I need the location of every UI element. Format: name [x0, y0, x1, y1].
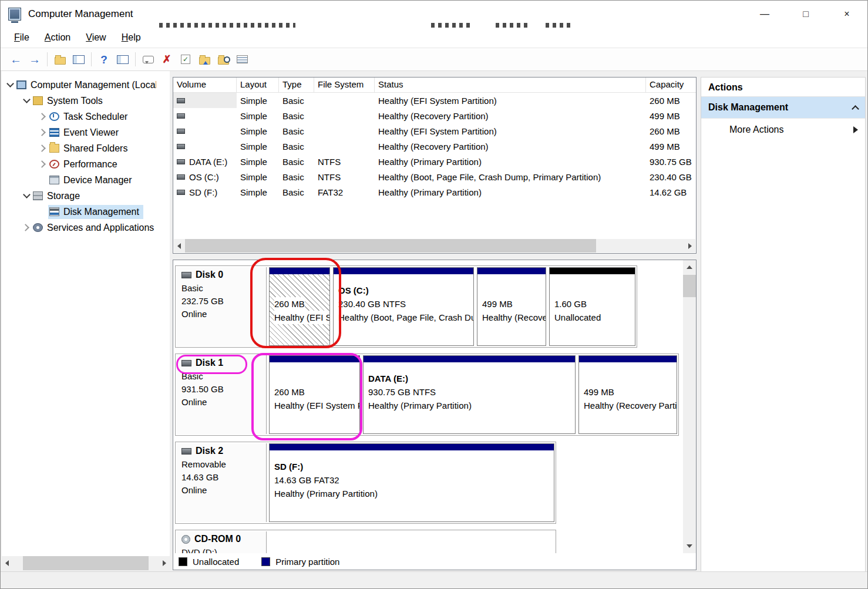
disk0-label[interactable]: Disk 0 Basic 232.75 GB Online — [177, 267, 267, 346]
volume-row[interactable]: OS (C:) Simple Basic NTFS Healthy (Boot,… — [173, 169, 696, 184]
column-header-capacity[interactable]: Capacity — [646, 78, 696, 92]
column-header-type[interactable]: Type — [279, 78, 314, 92]
scroll-right-button[interactable] — [159, 556, 170, 570]
partition-disk2-sd-f[interactable]: SD (F:)14.63 GB FAT32Healthy (Primary Pa… — [269, 443, 554, 522]
scroll-left-button[interactable] — [174, 239, 184, 253]
close-button[interactable]: × — [826, 1, 867, 28]
chevron-right-icon[interactable] — [22, 223, 32, 233]
scroll-right-button[interactable] — [685, 239, 695, 253]
console-tree-button[interactable] — [51, 51, 69, 68]
volume-capacity: 260 MB — [646, 93, 696, 108]
column-header-layout[interactable]: Layout — [237, 78, 279, 92]
tree-item-device-manager[interactable]: Device Manager — [2, 172, 170, 188]
event-viewer-icon — [49, 128, 59, 137]
chevron-right-icon[interactable] — [38, 143, 48, 153]
volume-type: Basic — [279, 123, 314, 139]
menu-file[interactable]: File — [6, 28, 37, 48]
help-button[interactable]: ? — [95, 51, 113, 68]
chevron-right-icon[interactable] — [38, 127, 48, 137]
tree-item-system-tools[interactable]: System Tools — [2, 93, 170, 109]
scrollbar-thumb[interactable] — [185, 239, 596, 253]
chevron-down-icon[interactable] — [5, 80, 15, 90]
partition-title: DATA (E:) — [368, 372, 570, 385]
partition-disk1-recovery[interactable]: 499 MBHealthy (Recovery Partition) — [578, 355, 677, 434]
back-button[interactable]: ← — [6, 51, 25, 68]
delete-volume-button[interactable]: ✗ — [157, 51, 176, 68]
volume-list-horizontal-scrollbar[interactable] — [174, 239, 695, 253]
tree-item-label: Storage — [47, 191, 80, 201]
scroll-left-button[interactable] — [2, 556, 12, 570]
action-pane-button[interactable] — [113, 51, 132, 68]
partition-disk0-recovery[interactable]: 499 MBHealthy (Recovery Partition) — [477, 267, 546, 346]
volume-fs — [314, 139, 375, 154]
toolbar-separator — [91, 52, 92, 66]
disk-name: Disk 0 — [196, 270, 223, 280]
partition-color-bar — [477, 268, 546, 274]
tree-item-storage[interactable]: Storage — [2, 188, 170, 204]
comment-icon — [143, 56, 154, 63]
disk1-label[interactable]: Disk 1 Basic 931.50 GB Online — [177, 355, 267, 434]
volume-status: Healthy (Recovery Partition) — [375, 139, 646, 154]
menu-view[interactable]: View — [78, 28, 113, 48]
volume-row[interactable]: SD (F:) Simple Basic FAT32 Healthy (Prim… — [173, 184, 696, 200]
actions-disk-management[interactable]: Disk Management — [701, 97, 865, 119]
cdrom0-label[interactable]: CD-ROM 0 DVD (D:) — [177, 531, 267, 553]
help-icon: ? — [100, 54, 107, 65]
tree-item-shared-folders[interactable]: Shared Folders — [2, 140, 170, 156]
collapse-chevron-icon[interactable] — [852, 105, 859, 113]
tree-item-computer-management[interactable]: Computer Management (Local) — [2, 77, 170, 93]
volume-layout: Simple — [237, 139, 279, 154]
checkmark-icon: ✓ — [181, 55, 190, 64]
partition-disk0-efi[interactable]: 260 MBHealthy (EFI System Partition) — [269, 267, 330, 346]
properties-window-button[interactable] — [69, 51, 88, 68]
mark-active-button[interactable]: ✓ — [176, 51, 195, 68]
column-header-volume[interactable]: Volume — [173, 78, 237, 92]
volume-list-header: Volume Layout Type File System Status Ca… — [173, 78, 696, 93]
forward-button[interactable]: → — [25, 51, 44, 68]
chevron-right-icon[interactable] — [38, 159, 48, 169]
tree-item-performance[interactable]: Performance — [2, 156, 170, 172]
more-actions[interactable]: More Actions — [701, 119, 865, 140]
volume-status: Healthy (Boot, Page File, Crash Dump, Pr… — [375, 169, 646, 184]
column-header-status[interactable]: Status — [375, 78, 646, 92]
volume-row[interactable]: Simple Basic Healthy (EFI System Partiti… — [173, 123, 696, 139]
tree-item-task-scheduler[interactable]: Task Scheduler — [2, 109, 170, 124]
graphical-view-vertical-scrollbar[interactable] — [683, 260, 696, 553]
details-view-button[interactable] — [233, 51, 251, 68]
menu-help[interactable]: Help — [114, 28, 149, 48]
menu-bar: File Action View Help — [1, 28, 867, 48]
menu-action[interactable]: Action — [37, 28, 78, 48]
tree-item-disk-management[interactable]: Disk Management — [2, 204, 170, 220]
minimize-button[interactable]: — — [744, 1, 785, 28]
tree-item-event-viewer[interactable]: Event Viewer — [2, 124, 170, 140]
partition-disk1-data-e[interactable]: DATA (E:)930.75 GB NTFSHealthy (Primary … — [363, 355, 576, 434]
comment-button[interactable] — [139, 51, 157, 68]
scroll-up-button[interactable] — [684, 260, 695, 274]
volume-status: Healthy (Recovery Partition) — [375, 108, 646, 123]
tree-horizontal-scrollbar[interactable] — [2, 556, 170, 570]
volume-row[interactable]: DATA (E:) Simple Basic NTFS Healthy (Pri… — [173, 154, 696, 169]
explore-button[interactable] — [214, 51, 233, 68]
volume-row[interactable]: Simple Basic Healthy (Recovery Partition… — [173, 108, 696, 123]
partition-disk0-unallocated[interactable]: 1.60 GBUnallocated — [549, 267, 635, 346]
chevron-right-icon[interactable] — [38, 112, 48, 122]
volume-row[interactable]: Simple Basic Healthy (Recovery Partition… — [173, 139, 696, 154]
folder-up-button[interactable] — [195, 51, 214, 68]
disk-icon — [181, 360, 191, 366]
chevron-spacer — [38, 207, 48, 217]
partition-disk0-os-c[interactable]: OS (C:)230.40 GB NTFSHealthy (Boot, Page… — [333, 267, 474, 346]
partition-disk1-efi[interactable]: 260 MBHealthy (EFI System Partition) — [269, 355, 360, 434]
volume-name: SD (F:) — [189, 187, 217, 197]
chevron-down-icon[interactable] — [22, 191, 32, 201]
partition-status: Healthy (EFI System Partition) — [274, 399, 355, 412]
column-header-file-system[interactable]: File System — [314, 78, 375, 92]
scrollbar-thumb[interactable] — [23, 556, 149, 570]
scrollbar-thumb[interactable] — [683, 275, 696, 297]
chevron-down-icon[interactable] — [22, 96, 32, 106]
maximize-button[interactable]: □ — [785, 1, 826, 28]
disk2-label[interactable]: Disk 2 Removable 14.63 GB Online — [177, 443, 267, 522]
tree-item-services-and-applications[interactable]: Services and Applications — [2, 220, 170, 235]
volume-layout: Simple — [237, 154, 279, 169]
volume-row[interactable]: Simple Basic Healthy (EFI System Partiti… — [173, 93, 696, 108]
scroll-down-button[interactable] — [684, 539, 695, 553]
